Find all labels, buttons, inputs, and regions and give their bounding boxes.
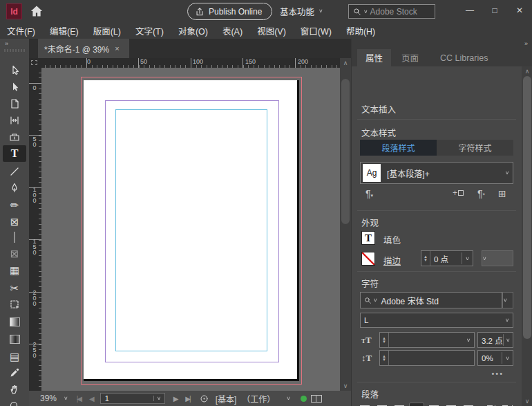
- chevron-down-icon[interactable]: ∨: [502, 317, 513, 323]
- scroll-down-icon[interactable]: ∨: [340, 382, 351, 389]
- tab-cc-libraries[interactable]: CC Libraries: [432, 49, 496, 66]
- panel-scrollbar-thumb[interactable]: [523, 76, 531, 339]
- chevron-down-icon[interactable]: ∨: [463, 334, 474, 346]
- leading-field[interactable]: ▲▼: [379, 350, 475, 366]
- justify-last-center-button[interactable]: [426, 403, 441, 406]
- text-frame[interactable]: [115, 109, 267, 351]
- ruler-origin-box[interactable]: [29, 58, 41, 68]
- publish-online-button[interactable]: Publish Online: [187, 3, 272, 20]
- align-left-button[interactable]: [357, 403, 372, 406]
- tool-rectangle-frame[interactable]: ⊠: [3, 213, 26, 230]
- font-style-select[interactable]: L ∨: [360, 313, 513, 328]
- menu-window[interactable]: 窗口(W): [301, 24, 332, 37]
- tools-panel-grip[interactable]: [4, 49, 25, 52]
- next-page-button[interactable]: ▶: [173, 395, 178, 403]
- adobe-stock-search-input[interactable]: ∨ Adobe Stock: [348, 4, 435, 19]
- preflight-profile[interactable]: [基本]: [216, 393, 237, 405]
- tool-gradient-feather[interactable]: [3, 331, 26, 347]
- tool-gradient-swatch[interactable]: [3, 313, 26, 330]
- align-toward-spine-button[interactable]: [482, 403, 497, 406]
- align-away-from-spine-button[interactable]: [500, 403, 515, 406]
- tool-hand[interactable]: [3, 381, 26, 398]
- tool-scissors[interactable]: ✂: [3, 279, 26, 296]
- menu-file[interactable]: 文件(F): [7, 24, 35, 37]
- tool-direct-selection[interactable]: [3, 79, 26, 95]
- tab-paragraph-styles[interactable]: 段落样式: [360, 140, 437, 156]
- tool-type[interactable]: T: [3, 145, 26, 162]
- paragraph-formatting-icon[interactable]: ¶▾: [365, 188, 373, 199]
- font-family-select[interactable]: ∨ Adobe 宋体 Std: [360, 292, 502, 308]
- menu-help[interactable]: 帮助(H): [346, 24, 375, 37]
- menu-view[interactable]: 视图(V): [257, 24, 286, 37]
- align-center-button[interactable]: [374, 403, 390, 406]
- tool-polygon-frame[interactable]: ⊠: [3, 245, 26, 261]
- tool-table[interactable]: ▦: [3, 261, 26, 278]
- document-tab-close-icon[interactable]: ×: [115, 44, 119, 53]
- redefine-style-icon[interactable]: +: [453, 188, 464, 198]
- page-number-field[interactable]: 1 ∨: [100, 393, 165, 404]
- clear-overrides-icon[interactable]: ¶*: [477, 188, 485, 199]
- stroke-label[interactable]: 描边: [383, 254, 401, 267]
- stepper-icon[interactable]: ▲▼: [380, 351, 389, 365]
- chevron-down-icon[interactable]: ∨: [502, 170, 513, 176]
- chevron-down-icon[interactable]: ∨: [462, 252, 473, 264]
- justify-all-button[interactable]: [461, 403, 476, 406]
- fill-swatch[interactable]: T: [361, 231, 375, 245]
- font-size-unit-field[interactable]: 3.2 点 ∨: [477, 332, 513, 348]
- tool-note[interactable]: ▤: [3, 348, 26, 365]
- maximize-button[interactable]: □: [482, 0, 507, 21]
- close-button[interactable]: ✕: [507, 0, 532, 21]
- tab-pages[interactable]: 页面: [393, 49, 427, 66]
- tool-selection[interactable]: [3, 62, 26, 79]
- tool-eyedropper[interactable]: [3, 365, 26, 381]
- stepper-icon[interactable]: ▲▼: [380, 333, 389, 347]
- panel-scrollbar[interactable]: ∧ ∨: [522, 66, 532, 406]
- previous-page-button[interactable]: ◀: [89, 395, 93, 403]
- last-page-button[interactable]: ▶|: [185, 395, 189, 403]
- chevron-down-icon[interactable]: ∨: [503, 334, 513, 346]
- tool-gap[interactable]: [3, 112, 26, 129]
- menu-edit[interactable]: 编辑(E): [50, 24, 79, 37]
- pasteboard[interactable]: [41, 68, 340, 391]
- font-family-dropdown-button[interactable]: ∨: [502, 292, 513, 308]
- tool-free-transform[interactable]: [3, 296, 26, 313]
- tool-line[interactable]: [3, 163, 26, 180]
- justify-last-left-button[interactable]: [409, 403, 424, 406]
- tab-character-styles[interactable]: 字符样式: [437, 140, 513, 156]
- scroll-up-icon[interactable]: ∧: [340, 59, 351, 66]
- tools-panel-expand-icon[interactable]: »: [0, 40, 29, 47]
- stroke-weight-field[interactable]: ▲▼ 0 点 ∨: [421, 250, 473, 266]
- align-right-button[interactable]: [392, 403, 407, 406]
- first-page-button[interactable]: |◀: [77, 395, 81, 403]
- menu-table[interactable]: 表(A): [222, 24, 243, 37]
- scroll-up-icon[interactable]: ∧: [522, 68, 532, 75]
- font-size-field[interactable]: ▲▼ ∨: [379, 332, 475, 348]
- canvas-scrollbar-thumb[interactable]: [341, 79, 350, 224]
- tool-page[interactable]: [3, 95, 26, 112]
- document-tab[interactable]: *未命名-1 @ 39% ×: [38, 39, 129, 58]
- tool-pen[interactable]: [3, 180, 26, 196]
- stroke-swatch[interactable]: [361, 252, 375, 266]
- chevron-down-icon[interactable]: ∨: [482, 256, 487, 261]
- more-options-icon[interactable]: •••: [491, 369, 504, 378]
- create-style-icon[interactable]: ⊞: [498, 188, 506, 199]
- zoom-level[interactable]: 39%: [40, 394, 57, 403]
- page-chevron-icon[interactable]: ∨: [153, 396, 164, 401]
- tool-content-collector[interactable]: [3, 129, 26, 145]
- minimize-button[interactable]: —: [457, 0, 482, 21]
- tool-rectangle[interactable]: [3, 229, 26, 246]
- justify-last-right-button[interactable]: [444, 403, 459, 406]
- menu-type[interactable]: 文字(T): [135, 24, 164, 37]
- vertical-ruler[interactable]: 0 50 100 150 200 250: [29, 68, 41, 391]
- preflight-menu-icon[interactable]: [200, 394, 209, 403]
- tool-pencil[interactable]: ✏: [3, 196, 26, 213]
- stepper-icon[interactable]: ▲▼: [421, 251, 430, 266]
- menu-layout[interactable]: 版面(L): [93, 24, 121, 37]
- preflight-chevron-icon[interactable]: ∨: [286, 396, 291, 401]
- fill-label[interactable]: 填色: [383, 233, 401, 246]
- home-icon[interactable]: [30, 4, 45, 18]
- panel-collapse-icon[interactable]: »: [524, 40, 527, 47]
- horizontal-ruler[interactable]: 0 50 100 150 200: [41, 58, 340, 68]
- menu-object[interactable]: 对象(O): [178, 24, 208, 37]
- stroke-type-select[interactable]: ∨: [482, 250, 513, 266]
